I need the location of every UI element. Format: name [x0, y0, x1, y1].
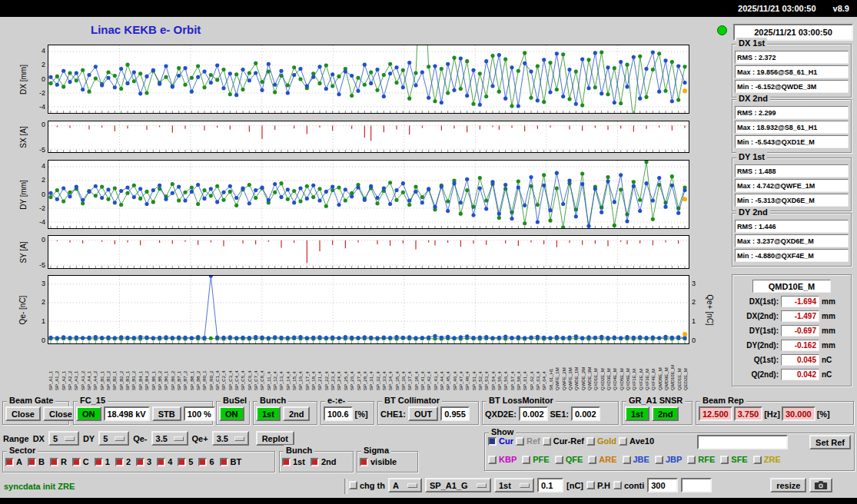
- checkbox-indicator: [516, 437, 524, 446]
- show-option-zre[interactable]: ZRE: [753, 455, 781, 464]
- beam-gate-close-button-1[interactable]: Close: [5, 406, 41, 421]
- status-indicator-light: [717, 25, 727, 35]
- count-field[interactable]: 300: [647, 478, 678, 492]
- stats-title: DX 1st: [736, 38, 767, 48]
- bpm-label: SP_B2_1: [111, 346, 118, 390]
- show-option-rfe[interactable]: RFE: [687, 455, 715, 464]
- range-qem-select[interactable]: 3.5: [151, 431, 188, 446]
- y-tick-label: 0: [32, 337, 45, 345]
- sigma-checkbox-visible[interactable]: visible: [360, 457, 397, 466]
- bunch-select-menu[interactable]: 1st: [494, 478, 534, 492]
- sector-checkbox-1[interactable]: 1: [95, 457, 110, 466]
- gr-a1-snsr-group: GR_A1 SNSR 1st 2nd: [622, 401, 693, 425]
- show-option-pfe[interactable]: PFE: [522, 455, 549, 464]
- show-option-ave10[interactable]: Ave10: [619, 436, 654, 446]
- bottom-black-bar: [0, 498, 857, 504]
- checkbox-indicator: [349, 481, 357, 489]
- sector-checkbox-r[interactable]: R: [50, 457, 67, 466]
- ee-ratio-group: e-:e- 100.6 [%]: [321, 401, 374, 425]
- range-row: Range DX 5 DY 5 Qe- 3.5 Qe+ 3.5 Replot: [3, 431, 294, 446]
- bpm-label: SP_46_4: [452, 346, 458, 390]
- bpm-label: SP_B7_2: [182, 346, 188, 390]
- range-qep-select[interactable]: 3.5: [212, 431, 249, 446]
- sector-checkbox-4[interactable]: 4: [157, 457, 172, 466]
- checkbox-label: Cur: [499, 436, 513, 446]
- bpm-label: SP_C3_4: [228, 346, 234, 390]
- checkbox-label: KBP: [499, 455, 517, 464]
- monitor-value: -0.697: [781, 325, 819, 337]
- monitor-select-menu[interactable]: SP_A1_G: [425, 478, 491, 492]
- checkbox-indicator: [115, 458, 124, 466]
- snapshot-button[interactable]: [809, 478, 832, 492]
- conti-checkbox[interactable]: conti: [613, 481, 644, 490]
- monitor-value: -1.694: [781, 296, 819, 307]
- chart-sy: [48, 235, 689, 269]
- bpm-label: SP_42_4: [426, 346, 432, 390]
- snsr-2nd-button[interactable]: 2nd: [652, 406, 679, 421]
- show-option-kbp[interactable]: KBP: [488, 455, 517, 464]
- show-option-jbe[interactable]: JBE: [623, 455, 649, 464]
- threshold-field[interactable]: 0.1: [537, 478, 563, 492]
- show-option-ref[interactable]: Ref: [516, 436, 540, 446]
- bunch-1st-button[interactable]: 1st: [256, 406, 281, 421]
- snsr-1st-button[interactable]: 1st: [625, 406, 649, 421]
- group-label: BT LossMonitor: [487, 395, 556, 406]
- option-menu-indicator: [477, 483, 487, 488]
- range-dy-select[interactable]: 5: [98, 431, 129, 446]
- fc15-on-button[interactable]: ON: [76, 406, 101, 421]
- bunch-2nd-button[interactable]: 2nd: [283, 406, 311, 421]
- y-tick-label: 0: [32, 121, 45, 129]
- monitor-value-label: DX(1st):: [736, 297, 779, 306]
- show-option-gold[interactable]: Gold: [586, 436, 616, 446]
- busel-on-button[interactable]: ON: [219, 406, 244, 421]
- sector-checkbox-b[interactable]: B: [28, 457, 45, 466]
- sector-group: Sector ABRC123456BT: [2, 451, 275, 472]
- sector-checkbox-2[interactable]: 2: [115, 457, 131, 466]
- option-menu-indicator: [520, 483, 530, 488]
- bpm-label: SP_34_4: [387, 346, 394, 390]
- group-label: Beam Rep: [700, 395, 746, 406]
- selected-monitor: SP_A1_G: [430, 481, 468, 490]
- bunch-checkbox-1st[interactable]: 1st: [282, 457, 305, 466]
- checkbox-label: A: [16, 457, 22, 466]
- chart-sx: [48, 121, 689, 153]
- show-option-cur[interactable]: Cur: [488, 436, 513, 446]
- bpm-label: SP_A3_1: [73, 346, 79, 390]
- checkbox-label: BT: [231, 457, 242, 466]
- y-tick-label: 0: [32, 236, 45, 244]
- sector-checkbox-6[interactable]: 6: [198, 457, 214, 466]
- show-option-cur-ref[interactable]: Cur-Ref: [543, 436, 584, 446]
- selected-bunch: 1st: [499, 481, 511, 490]
- bpm-label: QXD2E_M: [600, 346, 606, 390]
- sector-checkbox-a[interactable]: A: [5, 457, 22, 466]
- ph-checkbox[interactable]: P.H: [586, 481, 610, 490]
- show-option-sfe[interactable]: SFE: [720, 455, 747, 464]
- bpm-label: SP_28_4: [362, 346, 368, 390]
- set-ref-button[interactable]: Set Ref: [809, 435, 851, 449]
- show-option-are[interactable]: ARE: [588, 455, 616, 464]
- bpm-label: SP_35_4: [394, 346, 400, 390]
- replot-button[interactable]: Replot: [256, 431, 294, 446]
- range-dx-select[interactable]: 5: [48, 431, 79, 446]
- resize-button[interactable]: resize: [770, 478, 806, 492]
- sector-checkbox-c[interactable]: C: [72, 457, 89, 466]
- bpm-label: SP_A1_2: [54, 346, 60, 390]
- chart-dy: [48, 160, 689, 229]
- ref-name-input[interactable]: [697, 435, 788, 449]
- sector-checkbox-bt[interactable]: BT: [220, 457, 242, 466]
- sector-checkbox-3[interactable]: 3: [136, 457, 151, 466]
- sector-select-menu[interactable]: A: [388, 478, 422, 492]
- checkbox-label: visible: [370, 457, 397, 466]
- fc15-stb-button[interactable]: STB: [152, 406, 181, 421]
- show-option-qfe[interactable]: QFE: [555, 455, 583, 464]
- show-option-jbp[interactable]: JBP: [655, 455, 682, 464]
- bunch-checkbox-2nd[interactable]: 2nd: [311, 457, 337, 466]
- extra-field[interactable]: [681, 478, 712, 492]
- che1-label: CHE1:: [380, 410, 406, 419]
- che1-state-button[interactable]: OUT: [408, 406, 438, 421]
- chg-th-checkbox[interactable]: chg th: [349, 481, 385, 490]
- titlebar-version: v8.9: [833, 4, 849, 13]
- y-tick-label: 4: [32, 162, 45, 171]
- y-axis-label: DX [mm]: [17, 45, 29, 114]
- sector-checkbox-5[interactable]: 5: [178, 457, 193, 466]
